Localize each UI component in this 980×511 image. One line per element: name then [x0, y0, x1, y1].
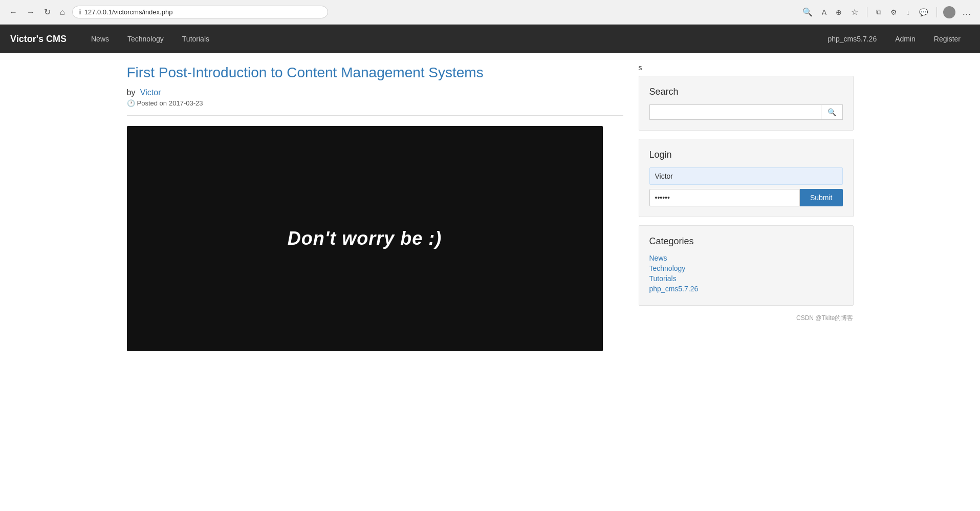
category-link-tutorials[interactable]: Tutorials — [649, 274, 677, 283]
login-widget: Login Submit — [639, 139, 854, 217]
post-meta-author: by Victor — [127, 88, 623, 97]
sidebar: s Search 🔍 Login Submit Categories News — [639, 63, 854, 351]
nav-link-news[interactable]: News — [82, 26, 118, 52]
back-button[interactable]: ← — [6, 6, 20, 19]
collections-icon[interactable]: ⧉ — [874, 6, 884, 18]
main-container: First Post-Introduction to Content Manag… — [117, 53, 864, 351]
category-link-technology[interactable]: Technology — [649, 264, 686, 272]
reload-button[interactable]: ↻ — [41, 5, 54, 19]
url-text: 127.0.0.1/victorcms/index.php — [84, 8, 321, 16]
username-input[interactable] — [649, 167, 843, 185]
search-button[interactable]: 🔍 — [821, 104, 843, 120]
by-label: by — [127, 88, 136, 97]
post-author-link[interactable]: Victor — [140, 88, 161, 97]
zoom-browser-icon[interactable]: ⊕ — [833, 7, 844, 18]
home-button[interactable]: ⌂ — [57, 6, 68, 19]
address-bar[interactable]: ℹ 127.0.0.1/victorcms/index.php — [72, 6, 328, 18]
list-item: Tutorials — [649, 274, 843, 283]
nav-link-register[interactable]: Register — [925, 26, 970, 52]
content-area: First Post-Introduction to Content Manag… — [127, 63, 623, 351]
list-item: php_cms5.7.26 — [649, 285, 843, 293]
categories-widget: Categories News Technology Tutorials php… — [639, 225, 854, 306]
login-password-row: Submit — [649, 189, 843, 206]
extensions-icon[interactable]: ⚙ — [888, 7, 900, 18]
forward-button[interactable]: → — [24, 6, 38, 19]
nav-link-tutorials[interactable]: Tutorials — [173, 26, 219, 52]
divider2 — [937, 7, 937, 17]
search-widget: Search 🔍 — [639, 76, 854, 131]
clock-icon: 🕐 — [127, 99, 135, 107]
navbar-brand[interactable]: Victor's CMS — [10, 34, 67, 45]
post-date: 2017-03-23 — [169, 99, 203, 107]
browser-right-icons: 🔍 A ⊕ ☆ ⧉ ⚙ ↓ 💬 … — [800, 5, 974, 19]
sidebar-s-label: s — [639, 63, 854, 72]
favorites-icon[interactable]: ☆ — [848, 6, 861, 18]
font-icon[interactable]: A — [819, 7, 829, 18]
search-row: 🔍 — [649, 104, 843, 120]
categories-list: News Technology Tutorials php_cms5.7.26 — [649, 254, 843, 293]
navbar-links: News Technology Tutorials php_cms5.7.26 … — [82, 26, 970, 52]
user-avatar[interactable] — [943, 6, 955, 18]
browser-chrome: ← → ↻ ⌂ ℹ 127.0.0.1/victorcms/index.php … — [0, 0, 980, 25]
category-link-phpcms[interactable]: php_cms5.7.26 — [649, 285, 699, 293]
categories-widget-title: Categories — [649, 236, 843, 247]
post-title: First Post-Introduction to Content Manag… — [127, 63, 623, 82]
navbar: Victor's CMS News Technology Tutorials p… — [0, 25, 980, 53]
divider — [867, 7, 867, 17]
category-link-news[interactable]: News — [649, 254, 667, 262]
info-icon: ℹ — [79, 8, 81, 16]
posted-on-label: Posted on — [137, 99, 167, 107]
browser-menu-button[interactable]: … — [960, 5, 974, 19]
search-browser-icon[interactable]: 🔍 — [800, 6, 815, 18]
browser-nav-buttons: ← → ↻ ⌂ — [6, 5, 68, 19]
nav-link-admin[interactable]: Admin — [886, 26, 925, 52]
post-divider — [127, 115, 623, 116]
search-widget-title: Search — [649, 87, 843, 97]
wechat-icon[interactable]: 💬 — [917, 7, 930, 18]
post-meta-date: 🕐 Posted on 2017-03-23 — [127, 99, 623, 107]
list-item: News — [649, 254, 843, 262]
post-image: Don't worry be :) — [127, 126, 603, 351]
post-image-text: Don't worry be :) — [288, 228, 442, 249]
nav-link-technology[interactable]: Technology — [118, 26, 173, 52]
search-input[interactable] — [649, 104, 821, 120]
login-submit-button[interactable]: Submit — [800, 189, 843, 206]
sidebar-footer-note: CSDN @Tkite的博客 — [639, 314, 854, 323]
password-input[interactable] — [649, 189, 800, 206]
login-widget-title: Login — [649, 150, 843, 160]
list-item: Technology — [649, 264, 843, 272]
download-icon[interactable]: ↓ — [904, 7, 912, 18]
nav-link-phpcms[interactable]: php_cms5.7.26 — [818, 26, 886, 52]
